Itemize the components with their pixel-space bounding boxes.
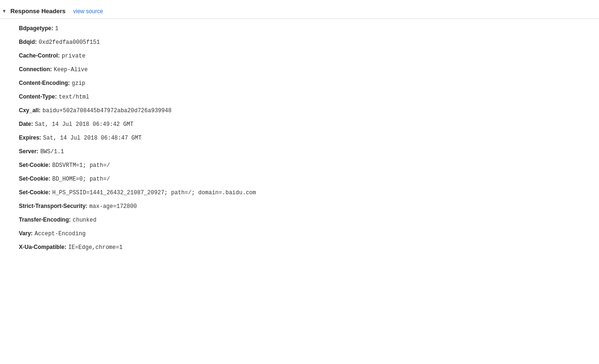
header-value: Keep-Alive bbox=[54, 66, 88, 74]
section-header: ▼ Response Headers view source bbox=[0, 4, 599, 19]
header-row: Connection: Keep-Alive bbox=[19, 63, 599, 76]
section-title: Response Headers bbox=[10, 8, 66, 15]
header-name: Set-Cookie: bbox=[19, 174, 50, 183]
header-row: Server: BWS/1.1 bbox=[19, 145, 599, 158]
response-headers-section: ▼ Response Headers view source Bdpagetyp… bbox=[0, 0, 599, 261]
headers-list: Bdpagetype: 1Bdqid: 0xd2fedfaa0005f151Ca… bbox=[0, 19, 599, 257]
header-name: Bdqid: bbox=[19, 38, 37, 46]
header-row: Content-Encoding: gzip bbox=[19, 76, 599, 90]
header-value: Sat, 14 Jul 2018 06:48:47 GMT bbox=[43, 134, 141, 142]
header-name: Server: bbox=[19, 147, 38, 156]
header-row: Cache-Control: private bbox=[19, 49, 599, 63]
header-row: Set-Cookie: BD_HOME=0; path=/ bbox=[19, 172, 599, 186]
header-row: Cxy_all: baidu+502a708445b47972aba20d726… bbox=[19, 104, 599, 117]
header-name: Transfer-Encoding: bbox=[19, 215, 71, 224]
header-name: Set-Cookie: bbox=[19, 161, 50, 169]
header-name: Connection: bbox=[19, 65, 52, 74]
header-name: Date: bbox=[19, 120, 33, 128]
header-row: Set-Cookie: H_PS_PSSID=1441_26432_21087_… bbox=[19, 186, 599, 199]
header-row: Vary: Accept-Encoding bbox=[19, 227, 599, 240]
header-value: 1 bbox=[55, 25, 58, 33]
view-source-link[interactable]: view source bbox=[73, 8, 103, 15]
header-name: Cache-Control: bbox=[19, 51, 60, 60]
header-name: Expires: bbox=[19, 133, 41, 142]
header-row: Bdpagetype: 1 bbox=[19, 22, 599, 35]
header-value: BD_HOME=0; path=/ bbox=[52, 175, 110, 183]
header-row: Date: Sat, 14 Jul 2018 06:49:42 GMT bbox=[19, 117, 599, 131]
header-value: chunked bbox=[73, 216, 96, 224]
header-name: Strict-Transport-Security: bbox=[19, 202, 87, 210]
header-row: Content-Type: text/html bbox=[19, 90, 599, 104]
header-value: IE=Edge,chrome=1 bbox=[68, 243, 123, 252]
toggle-icon[interactable]: ▼ bbox=[2, 8, 7, 14]
header-value: max-age=172800 bbox=[89, 202, 137, 211]
header-name: Set-Cookie: bbox=[19, 188, 50, 197]
header-row: Transfer-Encoding: chunked bbox=[19, 213, 599, 227]
header-value: H_PS_PSSID=1441_26432_21087_20927; path=… bbox=[52, 189, 256, 197]
header-row: X-Ua-Compatible: IE=Edge,chrome=1 bbox=[19, 240, 599, 254]
header-value: text/html bbox=[58, 93, 89, 101]
header-row: Set-Cookie: BDSVRTM=1; path=/ bbox=[19, 158, 599, 172]
header-value: Sat, 14 Jul 2018 06:49:42 GMT bbox=[35, 120, 133, 129]
header-name: Content-Encoding: bbox=[19, 79, 70, 87]
header-value: BDSVRTM=1; path=/ bbox=[52, 161, 110, 170]
header-value: baidu+502a708445b47972aba20d726a939948 bbox=[42, 107, 172, 115]
header-row: Expires: Sat, 14 Jul 2018 06:48:47 GMT bbox=[19, 131, 599, 145]
header-row: Strict-Transport-Security: max-age=17280… bbox=[19, 199, 599, 213]
header-value: private bbox=[62, 52, 85, 60]
header-value: 0xd2fedfaa0005f151 bbox=[39, 38, 100, 47]
header-value: gzip bbox=[72, 79, 85, 88]
header-name: Vary: bbox=[19, 229, 33, 238]
header-name: X-Ua-Compatible: bbox=[19, 243, 67, 251]
header-value: BWS/1.1 bbox=[40, 148, 64, 156]
header-row: Bdqid: 0xd2fedfaa0005f151 bbox=[19, 35, 599, 49]
header-name: Content-Type: bbox=[19, 92, 57, 101]
header-value: Accept-Encoding bbox=[34, 230, 85, 238]
header-name: Cxy_all: bbox=[19, 106, 41, 115]
header-name: Bdpagetype: bbox=[19, 24, 53, 33]
